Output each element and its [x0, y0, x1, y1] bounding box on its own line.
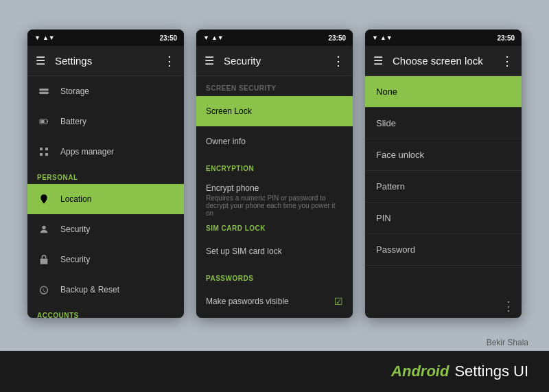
svg-rect-0 [39, 89, 48, 91]
list-item-backup[interactable]: Backup & Reset [27, 275, 184, 305]
hamburger-icon-1[interactable]: ☰ [36, 54, 45, 67]
encrypt-label: Encrypt phone [206, 183, 343, 193]
more-icon-3[interactable]: ⋮ [501, 54, 513, 69]
phones-container: ▼ ▲▼ 23:50 ☰ Settings ⋮ Storage Battery [0, 0, 549, 392]
lock-item-pin[interactable]: PIN [365, 203, 522, 234]
battery-icon [37, 115, 51, 128]
wifi-icon-3: ▼ [372, 34, 378, 41]
accounts-section-label: ACCOUNTS [27, 305, 184, 318]
app-title-2: Security [224, 55, 332, 67]
app-bar-3: ☰ Choose screen lock ⋮ [365, 46, 522, 76]
apps-icon [37, 145, 51, 159]
list-item-screen-lock[interactable]: Screen Lock [196, 96, 353, 126]
svg-rect-11 [40, 259, 48, 264]
lock-item-faceunlock[interactable]: Face unlock [365, 139, 522, 171]
lock-password-label: Password [376, 244, 415, 255]
list-item-battery[interactable]: Battery [27, 106, 184, 137]
sim-lock-content: Set up SIM card lock [206, 246, 343, 256]
hamburger-icon-3[interactable]: ☰ [373, 54, 383, 67]
app-title-3: Choose screen lock [393, 55, 501, 67]
signal-icon: ▲▼ [43, 34, 55, 41]
signal-icons-3: ▼ ▲▼ [372, 34, 393, 41]
lock-pin-label: PIN [376, 213, 391, 223]
battery-label: Battery [60, 117, 86, 126]
app-bar-2: ☰ Security ⋮ [196, 46, 353, 76]
passwords-label: Make paswords visible [206, 297, 334, 306]
device-admin-header: DEVICE ADMINISTRATION [196, 316, 353, 318]
phone-settings: ▼ ▲▼ 23:50 ☰ Settings ⋮ Storage Battery [27, 30, 184, 318]
branding-bar: Android Settings UI [0, 351, 549, 392]
svg-point-10 [42, 226, 45, 229]
status-time-3: 23:50 [497, 34, 515, 42]
security1-label: Security [60, 224, 90, 234]
svg-rect-8 [45, 153, 48, 156]
screen-lock-label: Screen Lock [206, 106, 343, 116]
lock-pattern-label: Pattern [376, 181, 405, 192]
apps-label: Apps manager [60, 147, 114, 157]
lock-faceunlock-label: Face unlock [376, 150, 424, 160]
wifi-icon: ▼ [34, 34, 40, 41]
status-bar-1: ▼ ▲▼ 23:50 [27, 30, 184, 46]
encrypt-subtext: Requires a numeric PIN or password to de… [206, 194, 343, 217]
signal-icon-2: ▲▼ [211, 34, 224, 41]
svg-rect-7 [45, 148, 48, 150]
screen-lock-content: Screen Lock [206, 106, 343, 116]
list-item-passwords-visible[interactable]: Make paswords visible ☑ [196, 286, 353, 316]
list-item-security2[interactable]: Security [27, 244, 184, 275]
storage-label: Storage [60, 87, 89, 96]
list-item-owner-info[interactable]: Owner info [196, 126, 353, 157]
bottom-more-icon[interactable]: ⋮ [502, 299, 515, 314]
status-bar-3: ▼ ▲▼ 23:50 [365, 30, 522, 46]
lock-slide-label: Slide [376, 118, 396, 128]
signal-icons-1: ▼ ▲▼ [34, 34, 55, 41]
encryption-header: ENCRYPTION [196, 157, 353, 176]
lock-item-slide[interactable]: Slide [365, 108, 522, 139]
wifi-icon-2: ▼ [203, 34, 209, 41]
svg-rect-5 [40, 148, 43, 150]
bottom-more: ⋮ [365, 295, 522, 318]
author-label: Bekir Shala [487, 338, 528, 347]
list-item-storage[interactable]: Storage [27, 76, 184, 106]
security-content: SCREEN SECURITY Screen Lock Owner info E… [196, 76, 353, 318]
svg-rect-6 [40, 153, 43, 156]
svg-rect-4 [40, 120, 44, 123]
svg-rect-3 [47, 121, 48, 123]
brand-android-label: Android [391, 362, 449, 380]
sim-lock-label: Set up SIM card lock [206, 246, 343, 256]
status-bar-2: ▼ ▲▼ 23:50 [196, 30, 353, 46]
passwords-content: Make paswords visible [206, 297, 334, 306]
backup-icon [37, 283, 51, 297]
choose-lock-content: None Slide Face unlock Pattern PIN Passw… [365, 76, 522, 295]
list-item-encrypt[interactable]: Encrypt phone Requires a numeric PIN or … [196, 176, 353, 216]
svg-rect-1 [39, 92, 48, 94]
owner-info-label: Owner info [206, 137, 343, 146]
check-icon: ☑ [334, 296, 343, 307]
list-item-location[interactable]: Location [27, 184, 184, 214]
lock-none-label: None [376, 87, 397, 97]
screen-security-header: SCREEN SECURITY [196, 76, 353, 96]
signal-icons-2: ▼ ▲▼ [203, 34, 224, 41]
security2-label: Security [60, 255, 90, 264]
brand-settings-label: Settings UI [454, 362, 528, 380]
signal-icon-3: ▲▼ [380, 34, 393, 41]
more-icon-1[interactable]: ⋮ [163, 54, 176, 69]
security-icon [37, 222, 51, 236]
lock-item-pattern[interactable]: Pattern [365, 171, 522, 203]
owner-info-content: Owner info [206, 137, 343, 146]
encrypt-content: Encrypt phone Requires a numeric PIN or … [206, 183, 343, 217]
list-item-apps[interactable]: Apps manager [27, 137, 184, 167]
location-label: Location [60, 194, 91, 204]
list-item-security1[interactable]: Security [27, 214, 184, 244]
hamburger-icon-2[interactable]: ☰ [205, 54, 214, 67]
phone-security: ▼ ▲▼ 23:50 ☰ Security ⋮ SCREEN SECURITY … [196, 30, 353, 318]
location-icon [37, 192, 51, 206]
personal-section-label: PERSONAL [27, 167, 184, 184]
settings-content: Storage Battery Apps manager PERSONAL L [27, 76, 184, 318]
lock-item-password[interactable]: Password [365, 234, 522, 266]
storage-icon [37, 84, 51, 98]
status-time-1: 23:50 [159, 34, 177, 42]
list-item-sim-lock[interactable]: Set up SIM card lock [196, 236, 353, 266]
lock-item-none[interactable]: None [365, 76, 522, 108]
backup-label: Backup & Reset [60, 285, 119, 295]
more-icon-2[interactable]: ⋮ [332, 54, 344, 69]
